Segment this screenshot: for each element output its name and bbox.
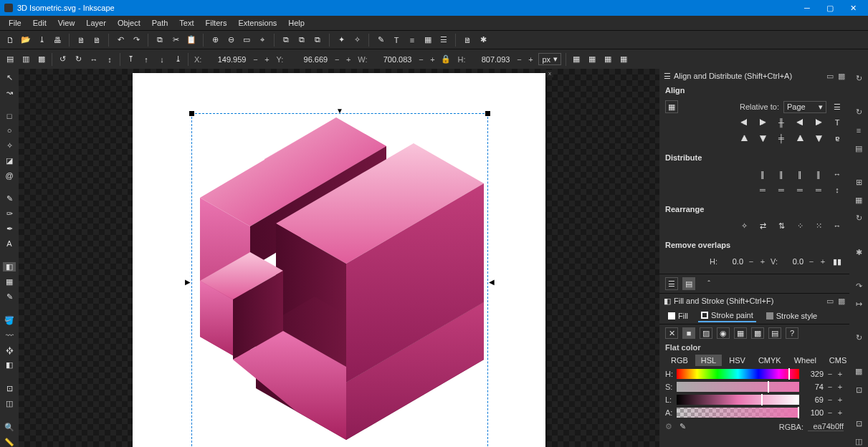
paint-flat-icon[interactable]: ■ (682, 327, 695, 339)
colortab-cmyk[interactable]: CMYK (753, 355, 787, 366)
menu-edit[interactable]: Edit (27, 17, 52, 29)
zoom-fit-icon[interactable]: ▭ (241, 34, 252, 46)
dock-undo-icon[interactable]: ↻ (852, 213, 865, 224)
dock-prefs-icon[interactable]: ⊡ (852, 418, 865, 429)
document-properties-icon[interactable]: ✱ (477, 34, 489, 46)
transform-stroke-icon[interactable]: ▦ (571, 54, 582, 65)
colortab-cms[interactable]: CMS (824, 355, 849, 366)
selector-tool-icon[interactable]: ↖ (3, 73, 16, 82)
group-icon[interactable]: ✦ (335, 34, 347, 46)
undo-icon[interactable]: ↶ (115, 34, 126, 46)
new-document-icon[interactable]: 🗋 (4, 34, 16, 46)
colortab-wheel[interactable]: Wheel (788, 355, 822, 366)
dist-gap-v-icon[interactable]: ═ (812, 183, 825, 196)
lower-bottom-icon[interactable]: ⤓ (172, 54, 183, 65)
text-tool-icon[interactable]: A (3, 239, 16, 248)
rearrange-unclump-icon[interactable]: ⁙ (812, 219, 825, 232)
align-bottom-icon[interactable]: ⯅ (793, 132, 806, 145)
relative-to-select[interactable]: Page▾ (783, 101, 826, 113)
transform-gradient-icon[interactable]: ▦ (602, 54, 614, 65)
dock-open-icon[interactable]: ↻ (852, 107, 865, 117)
save-icon[interactable]: ⤓ (36, 34, 47, 46)
h-input[interactable] (471, 54, 511, 65)
3dbox-tool-icon[interactable]: ◪ (3, 156, 16, 165)
panel-min-icon[interactable]: ▭ (826, 72, 834, 81)
paint-swatch-icon[interactable]: ▤ (768, 327, 781, 339)
lower-icon[interactable]: ↓ (156, 54, 168, 65)
menu-file[interactable]: File (3, 17, 27, 29)
dock-print-icon[interactable]: ▤ (852, 143, 865, 154)
redo-icon[interactable]: ↷ (130, 34, 142, 46)
dock-export-icon[interactable]: ▦ (852, 195, 865, 206)
measure-tool-icon[interactable]: 📏 (3, 438, 16, 447)
dist-bottom-icon[interactable]: ═ (793, 183, 806, 196)
duplicate-icon[interactable]: ⧉ (280, 34, 292, 46)
align-left-edge-icon[interactable]: ⯇ (738, 116, 750, 129)
paint-linear-icon[interactable]: ▨ (700, 327, 712, 339)
overlap-v-minus[interactable]: − (808, 257, 815, 266)
dist-top-icon[interactable]: ═ (756, 183, 769, 196)
align-center-h-icon[interactable]: ╫ (775, 116, 788, 129)
zoom-out-icon[interactable]: ⊖ (225, 34, 237, 46)
align-text-left-icon[interactable]: T (831, 116, 844, 129)
canvas[interactable]: ▼ ▲ ▶ ◀ x (19, 69, 659, 447)
y-minus[interactable]: − (333, 55, 340, 64)
cut-icon[interactable]: ✂ (170, 34, 181, 46)
close-button[interactable]: ✕ (842, 1, 864, 14)
dist-left-icon[interactable]: ‖ (756, 168, 769, 181)
h-plus[interactable]: + (527, 55, 534, 64)
paste-icon[interactable]: 📋 (186, 34, 197, 46)
zoom-in-icon[interactable]: ⊕ (209, 34, 221, 46)
align-as-group-icon[interactable]: ▦ (665, 100, 678, 113)
alpha-minus[interactable]: − (826, 408, 834, 417)
menu-filters[interactable]: Filters (200, 17, 233, 29)
dock-redo-icon[interactable]: ✱ (852, 246, 865, 257)
copy-icon[interactable]: ⧉ (154, 34, 166, 46)
star-tool-icon[interactable]: ✧ (3, 141, 16, 150)
rotate-ccw-icon[interactable]: ↺ (57, 54, 68, 65)
paint-mesh-icon[interactable]: ▦ (734, 327, 747, 339)
align-left-icon[interactable]: ⯈ (756, 116, 769, 129)
maximize-button[interactable]: ▢ (819, 1, 841, 14)
dock-save-icon[interactable]: ≡ (852, 125, 865, 135)
minimize-button[interactable]: ─ (796, 1, 818, 14)
hue-minus[interactable]: − (826, 370, 834, 378)
xml-icon[interactable]: ▦ (422, 34, 434, 46)
unlink-icon[interactable]: ⧉ (312, 34, 323, 46)
menu-object[interactable]: Object (112, 17, 146, 29)
transform-pattern-icon[interactable]: ▦ (618, 54, 629, 65)
align-icon[interactable]: ☰ (438, 34, 449, 46)
w-plus[interactable]: + (429, 55, 436, 64)
dock-copy-icon[interactable]: ↷ (852, 281, 865, 292)
colortab-hsv[interactable]: HSV (723, 355, 751, 366)
hue-slider[interactable] (677, 369, 799, 379)
dist-gap-h-icon[interactable]: ‖ (812, 168, 825, 181)
tab-stroke-style[interactable]: Stroke style (763, 309, 820, 322)
preferences-icon[interactable]: 🗎 (462, 34, 473, 46)
align-top-icon[interactable]: ⯆ (756, 132, 769, 145)
rect-tool-icon[interactable]: □ (3, 112, 16, 120)
zoom-selection-icon[interactable]: ⌖ (257, 34, 268, 46)
overlap-h-plus[interactable]: + (759, 257, 766, 266)
x-input[interactable] (207, 54, 247, 65)
x-plus[interactable]: + (263, 55, 270, 64)
spray-tool-icon[interactable]: ᠅ (3, 346, 16, 355)
align-panel-header[interactable]: ☰ Align and Distribute (Shift+Ctrl+A) ▭▩ (659, 69, 849, 83)
dist-center-v-icon[interactable]: ═ (775, 183, 788, 196)
align-text-baseline-icon[interactable]: ɐ (831, 132, 844, 145)
open-icon[interactable]: 📂 (20, 34, 32, 46)
menu-extensions[interactable]: Extensions (232, 17, 282, 29)
align-center-v-icon[interactable]: ╪ (775, 132, 788, 145)
dist-right-icon[interactable]: ‖ (793, 168, 806, 181)
overlap-v-plus[interactable]: + (819, 257, 826, 266)
y-input[interactable] (289, 54, 329, 65)
raise-icon[interactable]: ↑ (140, 54, 152, 65)
paint-none-icon[interactable]: ✕ (665, 327, 678, 339)
h-minus[interactable]: − (515, 55, 523, 64)
dock-import-icon[interactable]: ⊞ (852, 177, 865, 188)
overlap-v-input[interactable] (782, 257, 803, 266)
dock-align-icon[interactable]: ↻ (852, 332, 865, 343)
rearrange-zorder-icon[interactable]: ⇅ (775, 219, 788, 232)
dock-xml-icon[interactable]: ▩ (852, 366, 865, 377)
tab-stroke-paint[interactable]: Stroke paint (698, 309, 756, 322)
